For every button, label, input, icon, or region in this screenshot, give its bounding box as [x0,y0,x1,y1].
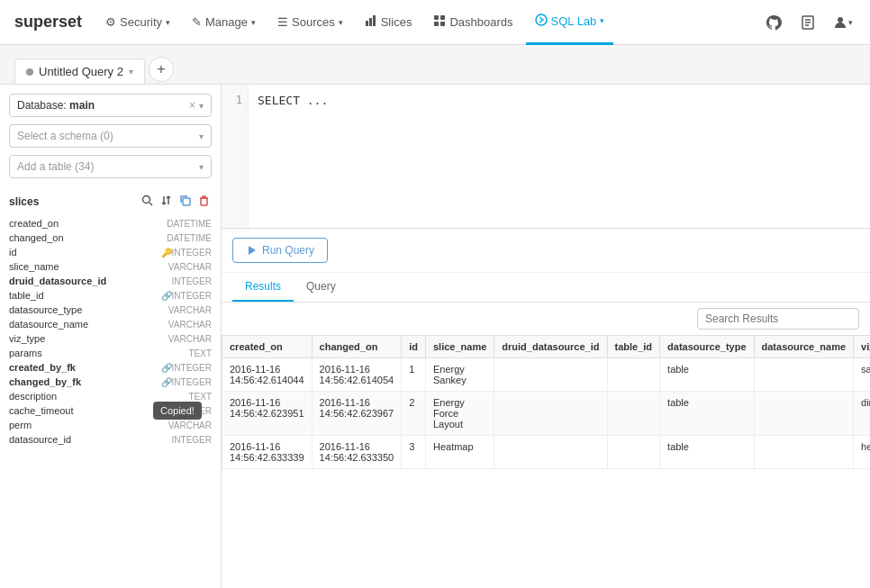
nav-item-slices[interactable]: Slices [356,0,421,45]
chevron-down-icon: ▾ [166,18,170,27]
svg-point-7 [536,14,547,25]
nav-item-dashboards[interactable]: Dashboards [424,0,521,45]
docs-icon[interactable] [794,9,821,36]
svg-rect-6 [440,22,445,26]
nav-label-security: Security [120,15,162,29]
nav-item-sqllab[interactable]: SQL Lab ▾ [526,0,614,45]
nav-label-sqllab: SQL Lab [551,14,597,28]
brand-logo: superset [14,13,82,32]
nav-item-security[interactable]: ⚙ Security ▾ [96,0,179,45]
svg-point-12 [838,17,843,23]
svg-rect-1 [369,18,372,26]
svg-rect-5 [434,22,439,26]
sources-icon: ☰ [277,15,288,29]
nav-label-sources: Sources [292,15,335,29]
svg-rect-4 [440,15,445,20]
navbar: superset ⚙ Security ▾ ✎ Manage ▾ ☰ Sourc… [0,0,870,45]
nav-label-dashboards: Dashboards [449,15,512,29]
user-menu-icon[interactable]: ▾ [829,9,856,36]
chevron-down-icon: ▾ [600,16,604,25]
dashboards-icon [433,14,446,30]
svg-rect-0 [366,21,368,26]
svg-rect-2 [373,15,376,26]
security-icon: ⚙ [105,15,116,29]
manage-icon: ✎ [192,15,202,29]
nav-label-manage: Manage [205,15,248,29]
sqllab-icon [535,14,548,29]
svg-rect-3 [434,15,439,20]
nav-right: ▾ [760,9,856,36]
nav-item-sources[interactable]: ☰ Sources ▾ [268,0,352,45]
nav-item-manage[interactable]: ✎ Manage ▾ [183,0,265,45]
github-icon[interactable] [760,9,787,36]
slices-icon [365,14,377,30]
chevron-down-icon: ▾ [339,18,343,27]
nav-label-slices: Slices [381,15,412,29]
chevron-down-icon: ▾ [251,18,256,27]
